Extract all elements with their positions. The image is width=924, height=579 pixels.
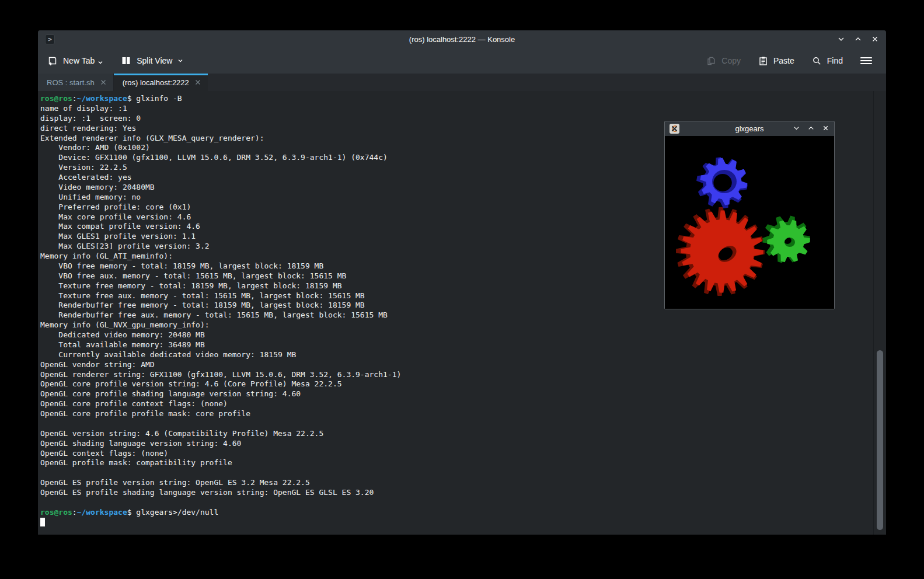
chevron-up-icon	[854, 35, 862, 43]
terminal-line: Memory info (GL_NVX_gpu_memory_info):	[40, 320, 873, 330]
maximize-button[interactable]	[854, 35, 862, 43]
maximize-button[interactable]	[807, 124, 815, 134]
paste-icon	[758, 56, 768, 66]
terminal-line: OpenGL ES profile shading language versi…	[40, 488, 873, 498]
terminal-cursor	[40, 518, 45, 526]
terminal-cursor-line	[40, 518, 873, 528]
chevron-down-icon	[97, 60, 103, 65]
terminal-line: OpenGL core profile shading language ver…	[40, 389, 873, 399]
chevron-down-icon	[837, 35, 845, 43]
menu-button[interactable]	[860, 56, 872, 65]
glxgears-canvas	[665, 136, 834, 309]
blue-gear-face	[700, 158, 748, 205]
copy-button: Copy	[706, 56, 741, 66]
terminal-line	[40, 419, 873, 429]
copy-label: Copy	[721, 56, 741, 65]
terminal-line: OpenGL core profile profile mask: core p…	[40, 409, 873, 419]
search-icon	[812, 56, 822, 66]
copy-icon	[706, 56, 716, 66]
terminal-line: Renderbuffer free aux. memory - total: 1…	[40, 311, 873, 320]
tab-bar: ROS : start.sh (ros) localhost:2222	[38, 74, 886, 91]
glxgears-titlebar[interactable]: glxgears	[665, 121, 834, 136]
xorg-icon	[670, 124, 679, 134]
split-view-icon	[121, 55, 131, 66]
find-label: Find	[827, 56, 843, 65]
terminal-line: OpenGL ES profile version string: OpenGL…	[40, 478, 873, 488]
glxgears-canvas-svg	[665, 136, 834, 309]
terminal-line: OpenGL core profile version string: 4.6 …	[40, 379, 873, 389]
terminal-line: Currently available dedicated video memo…	[40, 350, 873, 360]
paste-button[interactable]: Paste	[758, 56, 794, 66]
terminal-line: OpenGL vendor string: AMD	[40, 360, 873, 370]
tab-label: (ros) localhost:2222	[123, 78, 189, 87]
close-icon	[822, 124, 829, 132]
find-button[interactable]: Find	[812, 56, 843, 66]
tab-ros-start-sh[interactable]: ROS : start.sh	[38, 74, 114, 91]
scrollbar-handle[interactable]	[877, 350, 883, 530]
chevron-down-icon	[793, 124, 800, 132]
minimize-button[interactable]	[793, 124, 800, 134]
terminal-line: OpenGL renderer string: GFX1100 (gfx1100…	[40, 370, 873, 380]
chevron-down-icon	[177, 58, 183, 64]
chevron-up-icon	[807, 124, 815, 132]
close-button[interactable]	[871, 35, 879, 43]
new-tab-icon	[47, 55, 58, 66]
terminal-line: OpenGL profile mask: compatibility profi…	[40, 458, 873, 468]
terminal-line: ros@ros:~/workspace$ glxgears>/dev/null	[40, 508, 873, 518]
split-view-button[interactable]: Split View	[121, 55, 183, 66]
window-title: (ros) localhost:2222 — Konsole	[38, 35, 886, 44]
terminal-line: OpenGL context flags: (none)	[40, 449, 873, 459]
terminal-line: Total available memory: 36489 MB	[40, 340, 873, 350]
tab-label: ROS : start.sh	[47, 78, 95, 87]
terminal-line: ros@ros:~/workspace$ glxinfo -B	[40, 94, 873, 104]
terminal-line: OpenGL shading language version string: …	[40, 439, 873, 449]
scrollbar-track[interactable]	[873, 91, 886, 535]
tab-close-icon[interactable]	[100, 79, 107, 86]
terminal-line: OpenGL core profile context flags: (none…	[40, 399, 873, 409]
terminal-line: name of display: :1	[40, 104, 873, 114]
tab-ros-localhost-2222[interactable]: (ros) localhost:2222	[114, 74, 208, 91]
close-button[interactable]	[822, 124, 829, 134]
terminal-line	[40, 468, 873, 478]
terminal-line: OpenGL version string: 4.6 (Compatibilit…	[40, 429, 873, 439]
tab-close-icon[interactable]	[194, 79, 201, 86]
paste-label: Paste	[773, 56, 794, 65]
terminal-line	[40, 498, 873, 508]
hamburger-icon	[860, 56, 872, 65]
new-tab-button[interactable]: New Tab	[47, 55, 103, 66]
glxgears-window: glxgears	[664, 121, 835, 309]
red-gear-face	[681, 210, 763, 292]
close-icon	[871, 35, 879, 43]
terminal-line: Dedicated video memory: 20480 MB	[40, 330, 873, 340]
titlebar[interactable]: > (ros) localhost:2222 — Konsole	[38, 30, 886, 48]
minimize-button[interactable]	[837, 35, 845, 43]
new-tab-label: New Tab	[63, 56, 95, 65]
toolbar: New Tab Split View Copy Paste Find	[38, 48, 886, 74]
split-view-label: Split View	[137, 56, 172, 65]
